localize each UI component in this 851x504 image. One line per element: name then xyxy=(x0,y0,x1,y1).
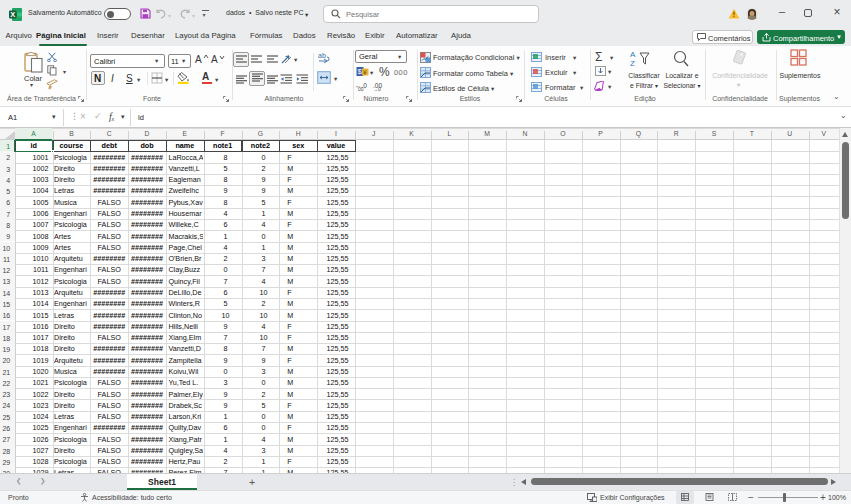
svg-text:A: A xyxy=(630,50,636,59)
svg-text:Z: Z xyxy=(630,59,635,67)
svg-text:00: 00 xyxy=(358,86,364,91)
svg-text:X: X xyxy=(10,10,15,19)
svg-text:ab: ab xyxy=(318,52,326,59)
svg-text:→0: →0 xyxy=(373,86,381,91)
svg-text:¥: ¥ xyxy=(363,69,367,76)
